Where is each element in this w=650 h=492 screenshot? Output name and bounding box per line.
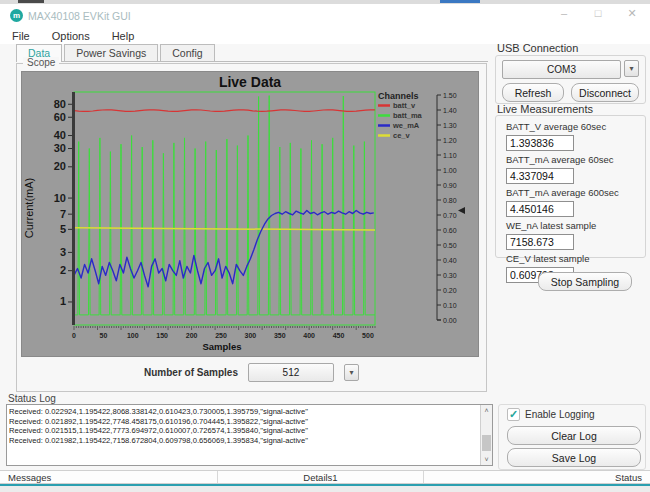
bottom-padding: [0, 486, 650, 492]
right-axis-marker-icon: [458, 207, 465, 214]
number-of-samples-label: Number of Samples: [144, 367, 238, 378]
svg-text:0.60: 0.60: [443, 227, 457, 234]
svg-text:0.00: 0.00: [443, 317, 457, 324]
log-line: Received: 0.022924,1.195422,8068.338142,…: [9, 407, 478, 417]
chart-canvas: Live Data80604030201075321Current(mA)050…: [22, 72, 478, 356]
logging-panel: ✓ Enable Logging Clear Log Save Log: [498, 404, 646, 470]
status-bar: Messages Details1 Status: [0, 470, 650, 484]
ce-v-latest-label: CE_V latest sample: [506, 253, 645, 264]
menu-item-help[interactable]: Help: [112, 30, 135, 42]
batt-ma-avg60-value: 4.337094: [506, 168, 574, 184]
live-data-chart: Live Data80604030201075321Current(mA)050…: [21, 71, 479, 357]
svg-text:500: 500: [362, 332, 374, 339]
svg-text:30: 30: [54, 142, 66, 154]
svg-text:1.50: 1.50: [443, 92, 457, 99]
scroll-down-icon[interactable]: ˅: [481, 454, 492, 465]
number-of-samples-select[interactable]: 512: [248, 363, 334, 382]
minimize-icon[interactable]: –: [556, 7, 572, 20]
menu-item-file[interactable]: File: [12, 30, 30, 42]
live-measurements-title: Live Measurements: [497, 103, 593, 115]
svg-text:40: 40: [54, 129, 66, 141]
svg-text:1.00: 1.00: [443, 167, 457, 174]
log-line: Received: 0.021515,1.195422,7773.694972,…: [9, 426, 478, 436]
log-line: Received: 0.021982,1.195422,7158.672804,…: [9, 436, 478, 446]
statusbar-details: Details1: [218, 471, 424, 483]
series-ce-v: [74, 228, 375, 230]
series-batt-v: [74, 110, 375, 112]
svg-text:1.10: 1.10: [443, 152, 457, 159]
svg-text:5: 5: [60, 223, 66, 235]
svg-text:1.20: 1.20: [443, 137, 457, 144]
number-of-samples-dropdown-arrow-icon[interactable]: ▾: [344, 364, 359, 381]
status-log-lines: Received: 0.022924,1.195422,8068.338142,…: [9, 407, 478, 445]
usb-connection-group: COM3 ▾ Refresh Disconnect: [495, 55, 646, 104]
save-log-button[interactable]: Save Log: [507, 448, 641, 467]
svg-text:batt_ma: batt_ma: [393, 111, 423, 120]
stop-sampling-button[interactable]: Stop Sampling: [538, 272, 632, 291]
we-na-latest-label: WE_nA latest sample: [506, 220, 645, 231]
svg-text:Channels: Channels: [378, 91, 419, 101]
tab-power-savings[interactable]: Power Savings: [64, 44, 158, 61]
scope-group-label: Scope: [23, 57, 59, 68]
svg-text:80: 80: [54, 98, 66, 110]
svg-text:ce_v: ce_v: [393, 131, 411, 140]
scroll-up-icon[interactable]: ˄: [481, 405, 492, 416]
svg-text:1.40: 1.40: [443, 107, 457, 114]
live-measurements-group: BATT_V average 60sec 1.393836 BATT_mA av…: [495, 115, 646, 258]
svg-text:0: 0: [72, 332, 76, 339]
series-we-ma: [74, 211, 374, 287]
batt-ma-avg600-label: BATT_mA average 600sec: [506, 187, 645, 198]
status-log-box[interactable]: Received: 0.022924,1.195422,8068.338142,…: [6, 404, 493, 466]
svg-text:0.30: 0.30: [443, 272, 457, 279]
svg-text:0.50: 0.50: [443, 242, 457, 249]
we-na-latest-value: 7158.673: [506, 234, 574, 250]
svg-text:we_mA: we_mA: [392, 121, 420, 130]
refresh-button[interactable]: Refresh: [502, 83, 564, 102]
svg-text:2: 2: [60, 264, 66, 276]
svg-text:60: 60: [54, 111, 66, 123]
svg-text:400: 400: [303, 332, 315, 339]
enable-logging-checkbox[interactable]: ✓: [507, 408, 520, 421]
svg-text:350: 350: [274, 332, 286, 339]
usb-connection-title: USB Connection: [497, 42, 578, 54]
window-title: MAX40108 EVKit GUI: [28, 10, 131, 22]
svg-text:1: 1: [60, 295, 66, 307]
tab-config[interactable]: Config: [160, 44, 214, 61]
svg-text:10: 10: [54, 192, 66, 204]
svg-text:100: 100: [127, 332, 139, 339]
svg-text:200: 200: [186, 332, 198, 339]
log-scrollbar[interactable]: ˄ ˅: [480, 405, 492, 465]
svg-text:0.70: 0.70: [443, 212, 457, 219]
menu-item-options[interactable]: Options: [52, 30, 90, 42]
clear-log-button[interactable]: Clear Log: [507, 426, 641, 445]
svg-text:Current(mA): Current(mA): [23, 178, 35, 239]
title-bar: m MAX40108 EVKit GUI – □ ✕: [0, 4, 650, 28]
com-port-dropdown-arrow-icon[interactable]: ▾: [624, 60, 639, 77]
svg-text:batt_v: batt_v: [393, 101, 416, 110]
svg-text:50: 50: [99, 332, 107, 339]
scope-group: Scope Live Data80604030201075321Current(…: [16, 63, 487, 392]
svg-text:0.10: 0.10: [443, 302, 457, 309]
scrollbar-thumb[interactable]: [482, 435, 491, 451]
svg-text:Samples: Samples: [202, 341, 241, 352]
progress-segment-dark: [18, 0, 44, 3]
statusbar-messages: Messages: [0, 471, 218, 483]
disconnect-button[interactable]: Disconnect: [571, 83, 639, 102]
statusbar-status: Status: [424, 471, 650, 483]
close-icon[interactable]: ✕: [624, 7, 640, 20]
svg-text:3: 3: [60, 246, 66, 258]
batt-v-avg-value: 1.393836: [506, 135, 574, 151]
log-line: Received: 0.021892,1.195422,7748.458175,…: [9, 417, 478, 427]
svg-text:450: 450: [333, 332, 345, 339]
tab-strip: Data Power Savings Config: [16, 44, 488, 62]
com-port-select[interactable]: COM3: [502, 60, 621, 79]
svg-text:150: 150: [156, 332, 168, 339]
maximize-icon[interactable]: □: [590, 7, 606, 20]
svg-text:0.20: 0.20: [443, 287, 457, 294]
samples-row: Number of Samples 512 ▾: [17, 363, 486, 382]
svg-text:300: 300: [245, 332, 257, 339]
svg-text:0.90: 0.90: [443, 182, 457, 189]
app-logo-icon: m: [10, 9, 23, 22]
svg-text:0.40: 0.40: [443, 257, 457, 264]
svg-text:7: 7: [60, 208, 66, 220]
